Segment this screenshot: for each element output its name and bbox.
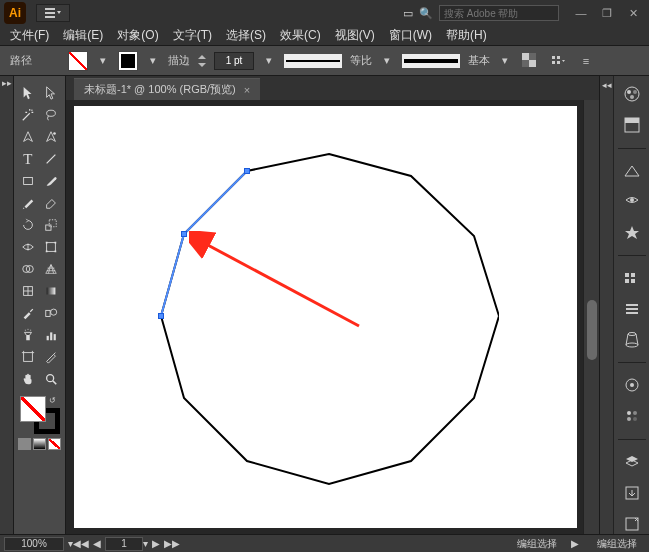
menu-type[interactable]: 文字(T) [167, 25, 218, 46]
color-mode-btn[interactable] [18, 438, 31, 450]
slice-tool[interactable] [40, 346, 64, 368]
curvature-tool[interactable] [40, 126, 64, 148]
artboard-number-input[interactable]: 1 [105, 537, 143, 551]
fill-color-box[interactable] [20, 396, 46, 422]
direct-selection-tool[interactable] [40, 82, 64, 104]
svg-point-52 [630, 198, 634, 202]
transparency-panel-icon[interactable] [620, 329, 644, 350]
brush-dropdown[interactable]: ▾ [498, 54, 512, 67]
menu-icon[interactable]: ≡ [576, 51, 596, 71]
tab-close-icon[interactable]: × [244, 84, 250, 96]
blend-tool[interactable] [40, 302, 64, 324]
paintbrush-tool[interactable] [40, 170, 64, 192]
stroke-dropdown[interactable]: ▾ [146, 54, 160, 67]
status-arrow-icon[interactable]: ▶ [565, 538, 585, 549]
brushes-panel-icon[interactable] [620, 191, 644, 212]
workspace-switcher[interactable] [36, 4, 70, 22]
libraries-panel-icon[interactable] [620, 513, 644, 534]
lasso-tool[interactable] [40, 104, 64, 126]
asset-export-panel-icon[interactable] [620, 482, 644, 503]
menu-view[interactable]: 视图(V) [329, 25, 381, 46]
graphic-styles-panel-icon[interactable] [620, 406, 644, 427]
symbol-sprayer-tool[interactable] [16, 324, 40, 346]
vertical-scrollbar[interactable] [583, 100, 599, 534]
rotate-tool[interactable] [16, 214, 40, 236]
width-tool[interactable] [16, 236, 40, 258]
shape-builder-tool[interactable] [16, 258, 40, 280]
menu-select[interactable]: 选择(S) [220, 25, 272, 46]
perspective-grid-tool[interactable] [40, 258, 64, 280]
selection-info: 编组选择 [509, 537, 565, 551]
magic-wand-tool[interactable] [16, 104, 40, 126]
profile-preview[interactable] [284, 54, 342, 68]
column-graph-tool[interactable] [40, 324, 64, 346]
menu-object[interactable]: 对象(O) [111, 25, 164, 46]
artboard-canvas[interactable] [74, 106, 577, 528]
stroke-stepper-icon[interactable] [198, 54, 206, 68]
gradient-tool[interactable] [40, 280, 64, 302]
menu-file[interactable]: 文件(F) [4, 25, 55, 46]
first-artboard-btn[interactable]: ◀◀ [73, 538, 89, 549]
anchor-point[interactable] [158, 313, 164, 319]
scale-tool[interactable] [40, 214, 64, 236]
document-tab[interactable]: 未标题-1* @ 100% (RGB/预览) × [74, 78, 260, 100]
style-icon[interactable] [548, 51, 568, 71]
brush-preview[interactable] [402, 54, 460, 68]
none-mode-btn[interactable] [48, 438, 61, 450]
pen-tool[interactable] [16, 126, 40, 148]
last-artboard-btn[interactable]: ▶▶ [164, 538, 180, 549]
menu-window[interactable]: 窗口(W) [383, 25, 438, 46]
hand-tool[interactable] [16, 368, 40, 390]
prev-artboard-btn[interactable]: ◀ [89, 538, 105, 549]
opacity-icon[interactable] [520, 51, 540, 71]
minimize-button[interactable]: — [569, 4, 593, 22]
appearance-panel-icon[interactable] [620, 375, 644, 396]
shaper-tool[interactable] [16, 192, 40, 214]
free-transform-tool[interactable] [40, 236, 64, 258]
artboard-tool[interactable] [16, 346, 40, 368]
menu-edit[interactable]: 编辑(E) [57, 25, 109, 46]
line-segment-tool[interactable] [40, 148, 64, 170]
eyedropper-tool[interactable] [16, 302, 40, 324]
mesh-tool[interactable] [16, 280, 40, 302]
panel-strip-collapse[interactable]: ◂◂ [599, 76, 613, 534]
menu-help[interactable]: 帮助(H) [440, 25, 493, 46]
search-input[interactable] [439, 5, 559, 21]
menu-effect[interactable]: 效果(C) [274, 25, 327, 46]
next-artboard-btn[interactable]: ▶ [148, 538, 164, 549]
profile-dropdown[interactable]: ▾ [380, 54, 394, 67]
swap-fill-stroke-icon[interactable]: ↺ [49, 396, 56, 405]
svg-point-40 [47, 375, 54, 382]
maximize-button[interactable]: ❐ [595, 4, 619, 22]
rectangle-tool[interactable] [16, 170, 40, 192]
svg-rect-21 [46, 251, 48, 253]
stroke-panel-icon[interactable] [620, 268, 644, 289]
fill-stroke-control[interactable]: ↺ [20, 396, 60, 434]
stroke-swatch[interactable] [118, 51, 138, 71]
anchor-point[interactable] [244, 168, 250, 174]
fill-swatch[interactable] [68, 51, 88, 71]
zoom-tool[interactable] [40, 368, 64, 390]
color-guide-panel-icon[interactable] [620, 115, 644, 136]
close-button[interactable]: ✕ [621, 4, 645, 22]
layers-panel-icon[interactable] [620, 452, 644, 473]
zoom-level-input[interactable]: 100% [4, 537, 64, 551]
swatches-panel-icon[interactable] [620, 160, 644, 181]
fill-dropdown[interactable]: ▾ [96, 54, 110, 67]
gradient-panel-icon[interactable] [620, 299, 644, 320]
stroke-weight-input[interactable] [214, 52, 254, 70]
object-type-label: 路径 [10, 53, 32, 68]
stroke-label[interactable]: 描边 [168, 53, 190, 68]
gradient-mode-btn[interactable] [33, 438, 46, 450]
selection-tool[interactable] [16, 82, 40, 104]
arrange-docs-icon[interactable]: ▭ [403, 7, 413, 20]
stroke-weight-dropdown[interactable]: ▾ [262, 54, 276, 67]
color-panel-icon[interactable] [620, 84, 644, 105]
anchor-point[interactable] [181, 231, 187, 237]
type-tool[interactable]: T [16, 148, 40, 170]
scrollbar-thumb[interactable] [587, 300, 597, 360]
toolbox: T [14, 76, 66, 534]
eraser-tool[interactable] [40, 192, 64, 214]
tool-strip-collapse[interactable]: ▸▸ [0, 76, 14, 534]
symbols-panel-icon[interactable] [620, 222, 644, 243]
